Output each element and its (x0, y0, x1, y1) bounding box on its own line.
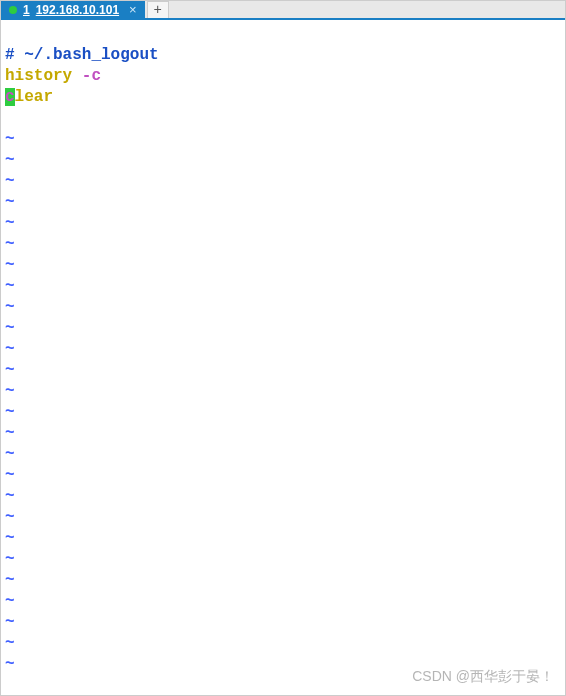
tilde-line: ~ (5, 466, 15, 484)
tilde-line: ~ (5, 403, 15, 421)
tilde-line: ~ (5, 592, 15, 610)
tilde-line: ~ (5, 487, 15, 505)
tilde-line: ~ (5, 361, 15, 379)
tilde-line: ~ (5, 424, 15, 442)
tilde-line: ~ (5, 193, 15, 211)
plus-icon: + (154, 2, 162, 18)
tilde-line: ~ (5, 655, 15, 673)
tilde-line: ~ (5, 235, 15, 253)
tilde-line: ~ (5, 130, 15, 148)
close-icon[interactable]: × (129, 2, 137, 17)
tab-active[interactable]: 1 192.168.10.101 × (1, 1, 145, 18)
tilde-line: ~ (5, 571, 15, 589)
tab-index: 1 (23, 3, 30, 17)
tilde-line: ~ (5, 445, 15, 463)
tilde-line: ~ (5, 550, 15, 568)
tilde-line: ~ (5, 613, 15, 631)
command-line-history: history (5, 67, 82, 85)
tilde-line: ~ (5, 256, 15, 274)
tilde-line: ~ (5, 277, 15, 295)
tilde-line: ~ (5, 340, 15, 358)
empty-line (5, 109, 15, 127)
new-tab-button[interactable]: + (147, 1, 169, 18)
editor-area[interactable]: # ~/.bash_logout history -c clear ~ ~ ~ … (1, 20, 565, 696)
tilde-line: ~ (5, 508, 15, 526)
tilde-line: ~ (5, 382, 15, 400)
tilde-line: ~ (5, 529, 15, 547)
connection-status-dot (9, 6, 17, 14)
tab-title: 192.168.10.101 (36, 3, 119, 17)
tilde-line: ~ (5, 298, 15, 316)
command-line-clear: lear (15, 88, 53, 106)
tilde-line: ~ (5, 319, 15, 337)
tab-bar: 1 192.168.10.101 × + (1, 1, 565, 20)
cursor: c (5, 88, 15, 106)
comment-line: # ~/.bash_logout (5, 46, 159, 64)
tilde-line: ~ (5, 172, 15, 190)
tilde-line: ~ (5, 151, 15, 169)
tilde-lines: ~ ~ ~ ~ ~ ~ ~ ~ ~ ~ ~ ~ ~ ~ ~ ~ ~ ~ ~ ~ … (5, 129, 561, 675)
tilde-line: ~ (5, 634, 15, 652)
command-arg: -c (82, 67, 101, 85)
tilde-line: ~ (5, 214, 15, 232)
